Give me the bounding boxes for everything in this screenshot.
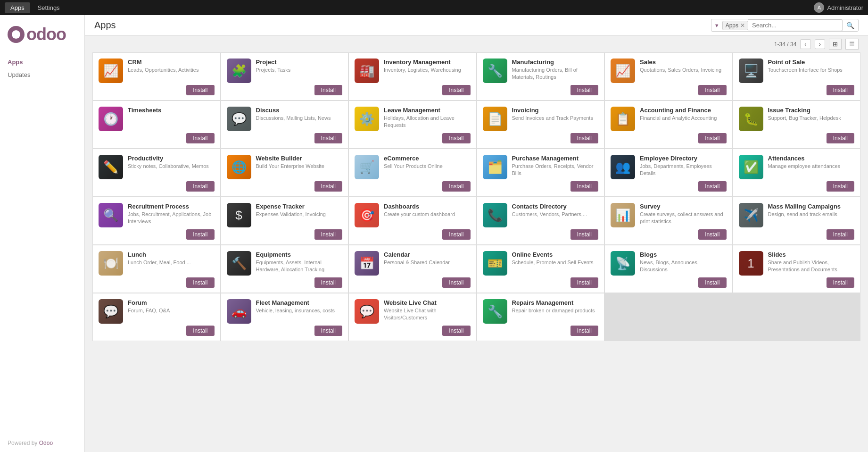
install-button[interactable]: Install [186, 85, 214, 95]
app-icon-shape: 🔧 [488, 304, 503, 319]
install-button[interactable]: Install [698, 181, 726, 192]
install-button[interactable]: Install [186, 326, 214, 336]
app-info: Survey Create surveys, collect answers a… [640, 203, 727, 226]
install-button[interactable]: Install [698, 133, 726, 143]
nav-apps[interactable]: Apps [5, 2, 30, 13]
app-card: 🚗 Fleet Management Vehicle, leasing, ins… [221, 293, 348, 341]
install-button[interactable]: Install [827, 229, 854, 240]
app-card: 💬 Forum Forum, FAQ, Q&A Install [93, 293, 220, 341]
app-name: Repairs Management [512, 299, 599, 306]
app-icon-shape: 🏭 [359, 64, 374, 78]
install-button[interactable]: Install [314, 326, 342, 336]
app-desc: Schedule, Promote and Sell Events [512, 259, 599, 266]
app-name: Survey [640, 203, 727, 210]
app-icon-shape: 💬 [103, 304, 118, 319]
app-icon: 💬 [355, 299, 379, 324]
app-desc: News, Blogs, Announces, Discussions [640, 259, 727, 274]
install-button[interactable]: Install [570, 85, 598, 95]
install-button[interactable]: Install [314, 229, 342, 240]
grid-view-button[interactable]: ⊞ [829, 39, 842, 50]
app-icon-shape: ✏️ [103, 160, 118, 175]
install-button[interactable]: Install [442, 85, 470, 95]
install-button[interactable]: Install [186, 229, 214, 240]
app-desc: Customers, Vendors, Partners,... [512, 211, 599, 218]
app-desc: Support, Bug Tracker, Helpdesk [768, 115, 855, 122]
install-button[interactable]: Install [827, 133, 854, 143]
sidebar-item-apps[interactable]: Apps [0, 56, 84, 68]
app-info: Discuss Discussions, Mailing Lists, News [256, 107, 343, 122]
app-info: Inventory Management Inventory, Logistic… [384, 59, 471, 74]
app-card: 1 Slides Share and Publish Videos, Prese… [733, 245, 860, 293]
install-button[interactable]: Install [570, 277, 598, 288]
search-button[interactable]: 🔍 [843, 20, 858, 31]
app-icon-shape: 📡 [615, 256, 630, 271]
install-button[interactable]: Install [186, 133, 214, 143]
nav-settings[interactable]: Settings [32, 2, 66, 13]
install-button[interactable]: Install [186, 181, 214, 192]
app-desc: Share and Publish Videos, Presentations … [768, 259, 855, 274]
app-icon: 📈 [99, 59, 123, 83]
install-button[interactable]: Install [186, 277, 214, 288]
install-button[interactable]: Install [442, 229, 470, 240]
install-button[interactable]: Install [314, 277, 342, 288]
app-desc: Leads, Opportunities, Activities [128, 67, 215, 74]
app-card-top: ⚙️ Leave Management Holidays, Allocation… [355, 107, 471, 131]
app-icon-shape: 🎯 [359, 208, 374, 223]
app-icon: 🚗 [227, 299, 251, 324]
app-icon-shape: 🎫 [488, 256, 503, 271]
controls-bar: 1-34 / 34 ‹ › ⊞ ☰ [85, 36, 868, 52]
app-icon-shape: 🗂️ [488, 160, 503, 175]
app-info: Project Projects, Tasks [256, 59, 343, 74]
install-button[interactable]: Install [570, 133, 598, 143]
app-card: 📞 Contacts Directory Customers, Vendors,… [477, 197, 604, 244]
top-nav-right: A Administrator [814, 2, 863, 13]
app-icon: 🏭 [355, 59, 379, 83]
app-icon: 1 [739, 251, 763, 276]
app-icon: 🗂️ [483, 155, 507, 179]
install-button[interactable]: Install [698, 85, 726, 95]
install-button[interactable]: Install [442, 326, 470, 336]
app-card-top: 🚗 Fleet Management Vehicle, leasing, ins… [227, 299, 343, 324]
app-card-top: 📈 CRM Leads, Opportunities, Activities [99, 59, 215, 83]
app-icon: 🔍 [99, 203, 123, 227]
app-name: Dashboards [384, 203, 471, 210]
app-name: eCommerce [384, 155, 471, 162]
install-button[interactable]: Install [570, 326, 598, 336]
app-desc: Manage employee attendances [768, 163, 855, 170]
install-button[interactable]: Install [570, 181, 598, 192]
next-page-button[interactable]: › [815, 39, 825, 49]
app-card: 📡 Blogs News, Blogs, Announces, Discussi… [605, 245, 732, 293]
install-button[interactable]: Install [314, 181, 342, 192]
app-name: CRM [128, 59, 215, 66]
app-desc: Manufacturing Orders, Bill of Materials,… [512, 67, 599, 81]
app-info: Website Builder Build Your Enterprise We… [256, 155, 343, 170]
install-button[interactable]: Install [570, 229, 598, 240]
app-card: 🎫 Online Events Schedule, Promote and Se… [477, 245, 604, 293]
install-button[interactable]: Install [698, 229, 726, 240]
install-button[interactable]: Install [314, 85, 342, 95]
app-card: 🐛 Issue Tracking Support, Bug Tracker, H… [733, 101, 860, 148]
app-name: Sales [640, 59, 727, 66]
app-icon-shape: 🌐 [231, 160, 247, 175]
app-card-top: 👥 Employee Directory Jobs, Departments, … [611, 155, 727, 179]
app-name: Calendar [384, 251, 471, 258]
install-button[interactable]: Install [442, 181, 470, 192]
search-input[interactable] [748, 19, 843, 31]
install-button[interactable]: Install [442, 133, 470, 143]
list-view-button[interactable]: ☰ [845, 39, 859, 50]
app-desc: Financial and Analytic Accounting [640, 115, 727, 122]
install-button[interactable]: Install [698, 277, 726, 288]
app-desc: Jobs, Recruitment, Applications, Job Int… [128, 211, 215, 226]
install-button[interactable]: Install [827, 277, 854, 288]
install-button[interactable]: Install [314, 133, 342, 143]
install-button[interactable]: Install [442, 277, 470, 288]
sidebar-item-updates[interactable]: Updates [0, 68, 84, 81]
app-desc: Holidays, Allocation and Leave Requests [384, 115, 471, 129]
prev-page-button[interactable]: ‹ [800, 39, 810, 49]
filter-tag-close[interactable]: ✕ [740, 22, 745, 29]
app-card: 💬 Discuss Discussions, Mailing Lists, Ne… [221, 101, 348, 148]
install-button[interactable]: Install [827, 181, 854, 192]
app-card-top: 🧩 Project Projects, Tasks [227, 59, 343, 83]
install-button[interactable]: Install [827, 85, 854, 95]
app-card: 🗂️ Purchase Management Purchase Orders, … [477, 149, 604, 196]
